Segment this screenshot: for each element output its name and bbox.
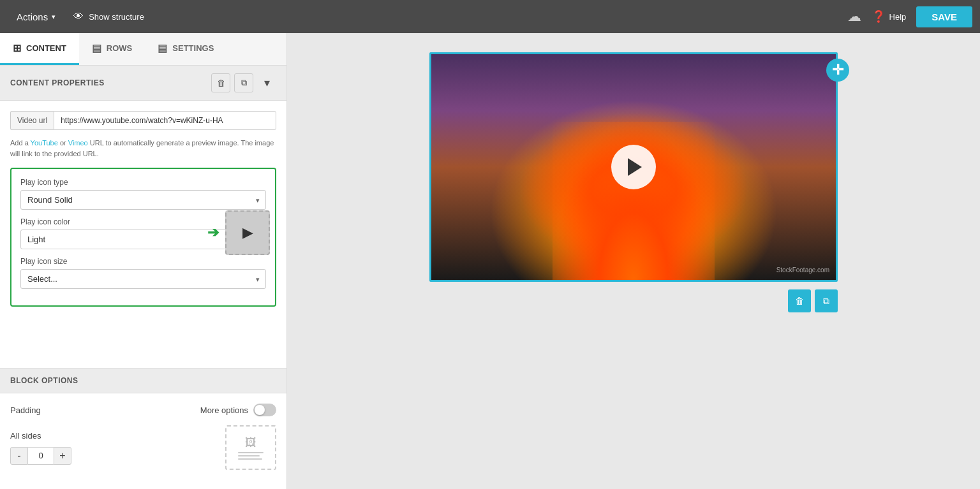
padding-value: 0 — [28, 447, 54, 465]
content-tab-icon: ⊞ — [13, 42, 21, 54]
content-properties-title: CONTENT PROPERTIES — [10, 78, 105, 87]
help-label: Help — [889, 12, 907, 22]
play-icon-size-select[interactable]: Select... Small Medium Large — [20, 269, 266, 289]
video-delete-button[interactable]: 🗑 — [788, 289, 811, 312]
video-play-button[interactable] — [611, 145, 656, 189]
arrow-right-icon: ➔ — [207, 224, 219, 241]
trash-icon: 🗑 — [217, 78, 225, 88]
tabs-bar: ⊞ CONTENT ▤ ROWS ▤ SETTINGS — [0, 33, 286, 66]
decrement-button[interactable]: - — [10, 447, 28, 465]
topbar-right: ☁ ❓ Help SAVE — [847, 6, 972, 27]
all-sides-row: All sides — [10, 431, 71, 441]
watermark: StockFootage.com — [776, 266, 829, 274]
chevron-down-icon: ▾ — [264, 76, 270, 90]
show-structure-label: Show structure — [89, 12, 144, 22]
topbar: Actions ▾ 👁 Show structure ☁ ❓ Help SAVE — [0, 0, 980, 33]
block-options-title: BLOCK OPTIONS — [10, 376, 78, 385]
play-icon-size-group: Play icon size Select... Small Medium La… — [20, 257, 266, 289]
preview-line-2 — [238, 455, 260, 456]
plus-icon: + — [59, 450, 65, 462]
all-sides-label: All sides — [10, 431, 41, 441]
tab-content[interactable]: ⊞ CONTENT — [0, 33, 79, 65]
preview-line-1 — [238, 452, 264, 453]
play-preview-area: ➔ ▶ — [207, 210, 270, 255]
show-structure-button[interactable]: 👁 Show structure — [64, 6, 153, 27]
block-options-content: Padding More options All sides - — [0, 393, 286, 480]
image-icon: 🖼 — [245, 436, 256, 449]
actions-button[interactable]: Actions ▾ — [8, 6, 64, 27]
video-action-buttons: 🗑 ⧉ — [788, 289, 838, 312]
trash-icon: 🗑 — [795, 296, 804, 306]
vimeo-link[interactable]: Vimeo — [68, 139, 88, 147]
preview-line-3 — [238, 458, 262, 460]
plus-icon: ✛ — [832, 63, 843, 77]
panel-content: Video url Add a YouTube or Vimeo URL to … — [0, 101, 286, 368]
left-panel: ⊞ CONTENT ▤ ROWS ▤ SETTINGS CONTENT PROP… — [0, 33, 287, 489]
hint-before: Add a — [10, 139, 31, 147]
more-options-toggle[interactable] — [253, 404, 276, 416]
copy-icon: ⧉ — [241, 78, 247, 88]
actions-label: Actions — [17, 11, 48, 22]
section-action-buttons: 🗑 ⧉ ▾ — [211, 73, 276, 92]
video-url-input[interactable] — [54, 111, 276, 130]
play-icon-type-wrapper: Round Solid Round Outline Square Solid S… — [20, 190, 266, 210]
play-icon-type-select[interactable]: Round Solid Round Outline Square Solid S… — [20, 190, 266, 210]
video-url-row: Video url — [10, 111, 276, 130]
topbar-left: Actions ▾ 👁 Show structure — [8, 6, 153, 27]
right-area: StockFootage.com ✛ 🗑 ⧉ — [287, 33, 980, 489]
delete-button[interactable]: 🗑 — [211, 73, 230, 92]
minus-icon: - — [17, 450, 20, 462]
padding-row: Padding More options — [10, 404, 276, 416]
play-icon-type-group: Play icon type Round Solid Round Outline… — [20, 178, 266, 210]
increment-button[interactable]: + — [54, 447, 71, 465]
play-icon: ▶ — [242, 224, 253, 241]
chevron-down-icon: ▾ — [52, 13, 56, 21]
content-properties-header: CONTENT PROPERTIES 🗑 ⧉ ▾ — [0, 66, 286, 101]
copy-icon: ⧉ — [823, 296, 829, 307]
save-button[interactable]: SAVE — [916, 6, 972, 27]
video-duplicate-button[interactable]: ⧉ — [815, 289, 838, 312]
play-preview-box: ▶ — [225, 210, 270, 255]
cloud-upload-icon[interactable]: ☁ — [847, 8, 861, 25]
content-tab-label: CONTENT — [26, 43, 66, 53]
eye-icon: 👁 — [73, 11, 84, 22]
rows-tab-icon: ▤ — [92, 42, 101, 54]
duplicate-button[interactable]: ⧉ — [234, 73, 253, 92]
add-button[interactable]: ✛ — [826, 59, 849, 82]
toggle-knob — [255, 405, 265, 415]
expand-button[interactable]: ▾ — [257, 73, 276, 92]
tab-rows[interactable]: ▤ ROWS — [79, 33, 145, 65]
hint-or: or — [58, 139, 68, 147]
block-options-header[interactable]: BLOCK OPTIONS — [0, 368, 286, 393]
preview-lines — [238, 452, 264, 460]
settings-tab-label: SETTINGS — [172, 43, 214, 53]
play-triangle-icon — [628, 158, 642, 176]
more-options-row: More options — [200, 404, 276, 416]
number-input-row: - 0 + — [10, 447, 71, 465]
all-sides-area: All sides - 0 + 🖼 — [10, 425, 276, 470]
play-icon-type-label: Play icon type — [20, 178, 266, 187]
rows-tab-label: ROWS — [107, 43, 132, 53]
more-options-label: More options — [200, 405, 248, 415]
tab-settings[interactable]: ▤ SETTINGS — [145, 33, 226, 65]
padding-label: Padding — [10, 405, 41, 415]
hint-text: Add a YouTube or Vimeo URL to automatica… — [10, 138, 276, 159]
settings-tab-icon: ▤ — [158, 42, 167, 54]
help-button[interactable]: ❓ Help — [872, 10, 907, 24]
video-frame[interactable]: StockFootage.com — [429, 52, 838, 282]
save-label: SAVE — [932, 11, 957, 22]
play-icon-size-label: Play icon size — [20, 257, 266, 266]
main-layout: ⊞ CONTENT ▤ ROWS ▤ SETTINGS CONTENT PROP… — [0, 33, 980, 489]
play-icon-size-wrapper: Select... Small Medium Large ▾ — [20, 269, 266, 289]
youtube-link[interactable]: YouTube — [31, 139, 58, 147]
padding-preview: 🖼 — [225, 425, 276, 470]
video-url-label: Video url — [10, 111, 54, 130]
all-sides-controls: All sides - 0 + — [10, 431, 71, 465]
question-icon: ❓ — [872, 10, 886, 24]
video-container: StockFootage.com ✛ 🗑 ⧉ — [429, 52, 838, 282]
